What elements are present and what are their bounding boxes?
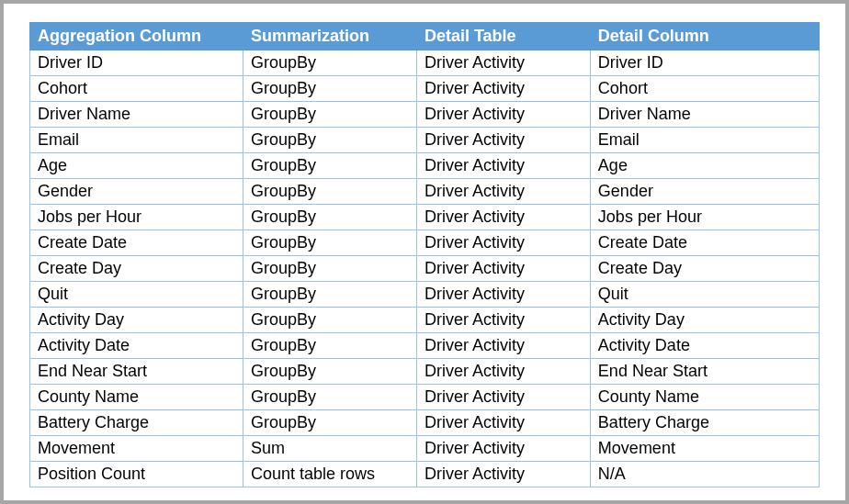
cell-detail-column: Movement (590, 436, 819, 462)
cell-summarization: GroupBy (243, 385, 416, 410)
header-detail-table: Detail Table (416, 23, 590, 50)
cell-detail-column: N/A (590, 462, 819, 487)
cell-detail-column: Driver Name (590, 102, 819, 128)
cell-detail-table: Driver Activity (416, 50, 590, 76)
cell-aggregation-column: Activity Day (30, 308, 243, 333)
cell-aggregation-column: Age (30, 153, 243, 179)
cell-aggregation-column: Cohort (30, 76, 243, 102)
cell-summarization: GroupBy (243, 230, 416, 256)
table-row: CohortGroupByDriver ActivityCohort (30, 76, 820, 102)
cell-summarization: GroupBy (243, 153, 416, 179)
cell-aggregation-column: County Name (30, 385, 243, 410)
cell-aggregation-column: Driver Name (30, 102, 243, 128)
cell-detail-table: Driver Activity (416, 462, 590, 487)
cell-aggregation-column: Gender (30, 179, 243, 205)
table-row: Create DayGroupByDriver ActivityCreate D… (30, 256, 820, 282)
table-row: Battery ChargeGroupByDriver ActivityBatt… (30, 410, 820, 436)
cell-detail-table: Driver Activity (416, 410, 590, 436)
cell-aggregation-column: Create Date (30, 230, 243, 256)
cell-detail-table: Driver Activity (416, 153, 590, 179)
table-row: AgeGroupByDriver ActivityAge (30, 153, 820, 179)
cell-detail-column: Email (590, 128, 819, 153)
cell-detail-column: Age (590, 153, 819, 179)
cell-summarization: GroupBy (243, 359, 416, 385)
aggregation-table: Aggregation Column Summarization Detail … (29, 22, 820, 487)
cell-summarization: GroupBy (243, 410, 416, 436)
cell-detail-column: Create Date (590, 230, 819, 256)
cell-summarization: GroupBy (243, 102, 416, 128)
cell-aggregation-column: Quit (30, 282, 243, 308)
cell-aggregation-column: End Near Start (30, 359, 243, 385)
table-row: Driver IDGroupByDriver ActivityDriver ID (30, 50, 820, 76)
table-row: EmailGroupByDriver ActivityEmail (30, 128, 820, 153)
cell-summarization: GroupBy (243, 333, 416, 359)
cell-detail-table: Driver Activity (416, 308, 590, 333)
table-row: QuitGroupByDriver ActivityQuit (30, 282, 820, 308)
cell-summarization: GroupBy (243, 205, 416, 230)
cell-aggregation-column: Email (30, 128, 243, 153)
table-row: Activity DayGroupByDriver ActivityActivi… (30, 308, 820, 333)
cell-summarization: Sum (243, 436, 416, 462)
cell-summarization: GroupBy (243, 282, 416, 308)
cell-aggregation-column: Jobs per Hour (30, 205, 243, 230)
cell-aggregation-column: Create Day (30, 256, 243, 282)
cell-detail-table: Driver Activity (416, 282, 590, 308)
cell-aggregation-column: Activity Date (30, 333, 243, 359)
cell-summarization: Count table rows (243, 462, 416, 487)
cell-detail-table: Driver Activity (416, 333, 590, 359)
table-row: End Near StartGroupByDriver ActivityEnd … (30, 359, 820, 385)
cell-detail-column: Gender (590, 179, 819, 205)
cell-detail-column: Battery Charge (590, 410, 819, 436)
header-summarization: Summarization (243, 23, 416, 50)
cell-detail-table: Driver Activity (416, 436, 590, 462)
cell-detail-table: Driver Activity (416, 359, 590, 385)
header-detail-column: Detail Column (590, 23, 819, 50)
table-row: MovementSumDriver ActivityMovement (30, 436, 820, 462)
cell-detail-table: Driver Activity (416, 205, 590, 230)
cell-aggregation-column: Battery Charge (30, 410, 243, 436)
cell-detail-column: Cohort (590, 76, 819, 102)
table-body: Driver IDGroupByDriver ActivityDriver ID… (30, 50, 820, 487)
cell-aggregation-column: Movement (30, 436, 243, 462)
cell-detail-column: Activity Day (590, 308, 819, 333)
header-aggregation-column: Aggregation Column (30, 23, 243, 50)
cell-detail-column: Quit (590, 282, 819, 308)
table-header: Aggregation Column Summarization Detail … (30, 23, 820, 50)
cell-summarization: GroupBy (243, 128, 416, 153)
cell-detail-column: Jobs per Hour (590, 205, 819, 230)
table-row: Create DateGroupByDriver ActivityCreate … (30, 230, 820, 256)
cell-aggregation-column: Position Count (30, 462, 243, 487)
cell-detail-table: Driver Activity (416, 179, 590, 205)
cell-detail-column: County Name (590, 385, 819, 410)
cell-detail-column: Driver ID (590, 50, 819, 76)
table-row: Jobs per HourGroupByDriver ActivityJobs … (30, 205, 820, 230)
table-row: Activity DateGroupByDriver ActivityActiv… (30, 333, 820, 359)
cell-summarization: GroupBy (243, 179, 416, 205)
cell-summarization: GroupBy (243, 308, 416, 333)
cell-detail-table: Driver Activity (416, 230, 590, 256)
table-row: Position CountCount table rowsDriver Act… (30, 462, 820, 487)
cell-aggregation-column: Driver ID (30, 50, 243, 76)
cell-detail-table: Driver Activity (416, 102, 590, 128)
cell-summarization: GroupBy (243, 50, 416, 76)
cell-detail-column: Create Day (590, 256, 819, 282)
table-row: County NameGroupByDriver ActivityCounty … (30, 385, 820, 410)
cell-detail-column: Activity Date (590, 333, 819, 359)
table-row: Driver NameGroupByDriver ActivityDriver … (30, 102, 820, 128)
cell-detail-table: Driver Activity (416, 256, 590, 282)
table-row: GenderGroupByDriver ActivityGender (30, 179, 820, 205)
cell-detail-table: Driver Activity (416, 385, 590, 410)
cell-detail-table: Driver Activity (416, 128, 590, 153)
cell-summarization: GroupBy (243, 256, 416, 282)
cell-summarization: GroupBy (243, 76, 416, 102)
cell-detail-column: End Near Start (590, 359, 819, 385)
cell-detail-table: Driver Activity (416, 76, 590, 102)
